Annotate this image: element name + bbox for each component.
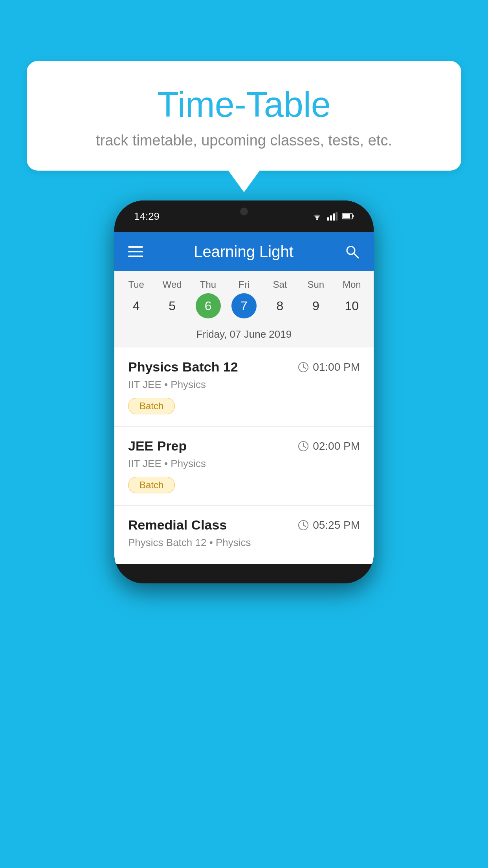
day-col-thu[interactable]: Thu 6 [193, 279, 224, 318]
day-name-sun: Sun [307, 279, 324, 290]
hamburger-menu-icon[interactable] [128, 246, 143, 257]
day-name-sat: Sat [273, 279, 287, 290]
svg-point-0 [316, 219, 318, 220]
battery-icon [342, 213, 354, 220]
page-title: Time-Table [50, 85, 438, 125]
schedule-time-2: 02:00 PM [298, 440, 360, 452]
calendar-strip: Tue 4 Wed 5 Thu 6 Fri 7 [114, 271, 374, 348]
speech-bubble-container: Time-Table track timetable, upcoming cla… [27, 61, 461, 192]
day-number-7-selected: 7 [231, 293, 257, 318]
hamburger-line [128, 246, 143, 248]
svg-line-12 [303, 367, 306, 368]
schedule-title-3: Remedial Class [128, 517, 227, 533]
day-col-wed[interactable]: Wed 5 [156, 279, 188, 318]
svg-rect-1 [327, 217, 329, 221]
schedule-item-jee-prep[interactable]: JEE Prep 02:00 PM IIT JEE • Physics Batc… [114, 427, 374, 506]
day-col-tue[interactable]: Tue 4 [121, 279, 152, 318]
clock-icon-2 [298, 441, 309, 452]
day-number-8: 8 [267, 293, 292, 318]
schedule-time-3: 05:25 PM [298, 519, 360, 531]
schedule-title-2: JEE Prep [128, 438, 187, 454]
day-number-10: 10 [339, 293, 364, 318]
svg-line-18 [303, 525, 306, 526]
batch-badge-1: Batch [128, 398, 175, 414]
hamburger-line [128, 251, 143, 252]
day-col-mon[interactable]: Mon 10 [336, 279, 367, 318]
time-value-1: 01:00 PM [313, 361, 360, 373]
status-icons [312, 212, 354, 221]
schedule-item-header-3: Remedial Class 05:25 PM [128, 517, 360, 533]
schedule-title-1: Physics Batch 12 [128, 359, 238, 375]
time-value-3: 05:25 PM [313, 519, 360, 531]
schedule-list: Physics Batch 12 01:00 PM IIT JEE • Phys… [114, 348, 374, 564]
phone-frame: 14:29 [114, 200, 374, 583]
days-row: Tue 4 Wed 5 Thu 6 Fri 7 [114, 279, 374, 318]
speech-bubble-arrow [228, 171, 260, 192]
schedule-subtitle-1: IIT JEE • Physics [128, 379, 360, 391]
svg-rect-3 [333, 213, 335, 221]
app-title: Learning Light [194, 243, 294, 261]
camera-dot [240, 208, 248, 215]
schedule-subtitle-2: IIT JEE • Physics [128, 458, 360, 470]
wifi-icon [312, 212, 323, 221]
day-number-9: 9 [303, 293, 328, 318]
day-col-sat[interactable]: Sat 8 [264, 279, 295, 318]
day-name-mon: Mon [343, 279, 361, 290]
svg-rect-2 [330, 215, 332, 221]
clock-icon-3 [298, 520, 309, 531]
phone-bottom [114, 564, 374, 583]
page-subtitle: track timetable, upcoming classes, tests… [50, 132, 438, 149]
day-number-4: 4 [124, 293, 149, 318]
phone-notch [213, 200, 275, 222]
schedule-item-header-2: JEE Prep 02:00 PM [128, 438, 360, 454]
day-name-wed: Wed [163, 279, 182, 290]
app-header: Learning Light [114, 232, 374, 271]
signal-icon [327, 212, 338, 221]
day-name-thu: Thu [200, 279, 216, 290]
selected-date-label: Friday, 07 June 2019 [114, 322, 374, 348]
speech-bubble: Time-Table track timetable, upcoming cla… [27, 61, 461, 171]
day-col-sun[interactable]: Sun 9 [300, 279, 332, 318]
time-value-2: 02:00 PM [313, 440, 360, 452]
svg-rect-6 [343, 214, 350, 219]
day-number-5: 5 [160, 293, 185, 318]
clock-icon [298, 362, 309, 373]
schedule-subtitle-3: Physics Batch 12 • Physics [128, 537, 360, 549]
phone-device: 14:29 [114, 200, 374, 583]
svg-rect-7 [352, 215, 354, 217]
phone-screen: Learning Light Tue 4 Wed 5 [114, 232, 374, 564]
day-name-tue: Tue [128, 279, 144, 290]
schedule-item-remedial[interactable]: Remedial Class 05:25 PM Physics Batch 12… [114, 506, 374, 564]
day-number-6-today: 6 [196, 293, 221, 318]
batch-badge-2: Batch [128, 477, 175, 493]
svg-line-9 [354, 253, 358, 258]
schedule-item-header: Physics Batch 12 01:00 PM [128, 359, 360, 375]
day-name-fri: Fri [238, 279, 250, 290]
svg-rect-4 [336, 212, 338, 221]
schedule-item-physics-batch[interactable]: Physics Batch 12 01:00 PM IIT JEE • Phys… [114, 348, 374, 427]
svg-line-15 [303, 446, 306, 447]
day-col-fri[interactable]: Fri 7 [228, 279, 260, 318]
search-icon[interactable] [344, 244, 360, 259]
hamburger-line [128, 256, 143, 257]
status-time: 14:29 [134, 210, 160, 223]
phone-status-bar: 14:29 [114, 200, 374, 232]
schedule-time-1: 01:00 PM [298, 361, 360, 373]
